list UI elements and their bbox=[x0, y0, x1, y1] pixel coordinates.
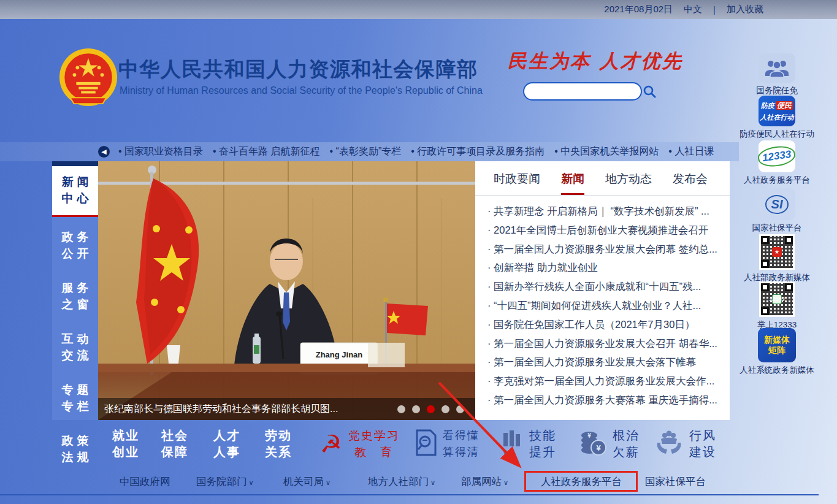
national-emblem-logo bbox=[58, 47, 118, 107]
quicklink-12333-platform[interactable]: 12333 人社政务服务平台 bbox=[731, 140, 823, 186]
nav-item-gov-affairs[interactable]: 政务 公开 bbox=[52, 221, 98, 268]
shortcut-talent-personnel[interactable]: 人才人事 bbox=[213, 427, 240, 460]
shortcut-labor-relations[interactable]: 劳动关系 bbox=[265, 427, 292, 460]
tab-news[interactable]: 新闻 bbox=[561, 171, 584, 195]
news-list: 共享新理念 开启新格局｜ “数字技术创新发展” ... 2021年全国博士后创新… bbox=[475, 196, 730, 410]
left-section-nav: 新闻 中心 政务 公开 服务 之窗 互动 交流 专题 专栏 政策 法规 bbox=[52, 161, 98, 420]
site-title-en: Ministry of Human Resources and Social S… bbox=[120, 85, 483, 96]
shortcut-party-history-study[interactable]: ☭ 党史学习教 育 bbox=[320, 427, 400, 460]
tab-local-updates[interactable]: 地方动态 bbox=[605, 171, 652, 195]
quicklink-social-insurance-platform[interactable]: SI 国家社保平台 bbox=[731, 188, 823, 234]
site-search bbox=[523, 82, 642, 101]
quicklink-ministry-new-media[interactable]: ★ 人社部政务新媒体 bbox=[731, 234, 823, 283]
ticker-item[interactable]: 奋斗百年路 启航新征程 bbox=[213, 145, 320, 158]
party-emblem-icon: ☭ bbox=[320, 432, 342, 456]
media-matrix-icon: 新媒体 矩阵 bbox=[758, 328, 796, 362]
qr-code-icon: ★ bbox=[759, 234, 795, 270]
shortcut-employment[interactable]: 就业创业 bbox=[112, 427, 139, 460]
svg-text:¥: ¥ bbox=[596, 443, 601, 452]
news-link[interactable]: 国新办举行残疾人全面小康成就和“十四五”残... bbox=[487, 277, 721, 296]
ticker-item[interactable]: “表彰奖励”专栏 bbox=[330, 145, 402, 158]
covid-banner-icon: 防疫便民 人社在行动 bbox=[759, 96, 795, 126]
carousel-dot-5[interactable] bbox=[456, 405, 464, 413]
bottom-shortcut-row: 就业创业 社会保障 人才人事 劳动关系 ☭ 党史学习教 育 bbox=[0, 420, 837, 472]
news-link[interactable]: 2021年全国博士后创新创业大赛视频推进会召开 bbox=[487, 221, 721, 240]
chevron-down-icon: ∨ bbox=[249, 479, 254, 486]
chevron-down-icon: ∨ bbox=[430, 479, 435, 486]
coins-icon: ¥ ¥ bbox=[579, 429, 606, 459]
ticker-item[interactable]: 中央国家机关举报网站 bbox=[554, 145, 659, 158]
link-agency-bureaus[interactable]: 机关司局∨ bbox=[283, 475, 331, 489]
shortcut-skill-upgrading[interactable]: 技能提升 bbox=[500, 427, 556, 460]
nav-item-service-window[interactable]: 服务 之窗 bbox=[52, 272, 98, 319]
people-group-icon bbox=[759, 53, 795, 83]
separator: | bbox=[713, 4, 716, 15]
news-link[interactable]: 国务院任免国家工作人员（2021年7月30日） bbox=[487, 315, 721, 334]
skill-bars-icon bbox=[500, 429, 523, 459]
quicklink-system-new-media[interactable]: 新媒体 矩阵 人社系统政务新媒体 bbox=[731, 328, 823, 376]
news-panel: 时政要闻 新闻 地方动态 发布会 共享新理念 开启新格局｜ “数字技术创新发展”… bbox=[475, 161, 730, 420]
top-utility-bar: 2021年08月02日 中文 | 加入收藏 bbox=[0, 0, 837, 19]
news-link[interactable]: 第一届全国人力资源服务业发展大会召开 胡春华... bbox=[487, 334, 721, 353]
site-title-cn: 中华人民共和国人力资源和社会保障部 bbox=[118, 56, 478, 83]
news-link[interactable]: 第一届全国人力资源服务业发展大会闭幕 签约总... bbox=[487, 240, 721, 259]
news-link[interactable]: 共享新理念 开启新格局｜ “数字技术创新发展” ... bbox=[487, 202, 721, 221]
link-hrss-service-platform[interactable]: 人社政务服务平台 bbox=[541, 475, 622, 489]
shortcut-understand-calculate[interactable]: 看得懂算得清 bbox=[415, 427, 480, 460]
shortcut-social-security[interactable]: 社会保障 bbox=[161, 427, 188, 460]
current-date: 2021年08月02日 bbox=[604, 4, 673, 15]
hrss-gov-homepage: 2021年08月02日 中文 | 加入收藏 中华人民共和国人力资源和社会保障部 … bbox=[0, 0, 837, 504]
quicklink-mobile-12333[interactable]: 12333 掌上12333 bbox=[731, 281, 823, 330]
language-link[interactable]: 中文 bbox=[684, 4, 702, 15]
quicklink-covid-convenience[interactable]: 防疫便民 人社在行动 防疫便民人社在行动 bbox=[731, 96, 823, 140]
carousel-dot-2[interactable] bbox=[412, 405, 420, 413]
bottom-divider bbox=[0, 494, 819, 495]
nav-item-news-center[interactable]: 新闻 中心 bbox=[52, 166, 98, 217]
link-state-council-departments[interactable]: 国务院部门∨ bbox=[196, 475, 254, 489]
site-header: 中华人民共和国人力资源和社会保障部 Ministry of Human Reso… bbox=[0, 19, 837, 142]
quicklink-state-council-appointments[interactable]: 国务院任免 bbox=[731, 53, 823, 96]
ticker-item[interactable]: 行政许可事项目录及服务指南 bbox=[411, 145, 545, 158]
carousel-dot-4[interactable] bbox=[441, 405, 449, 413]
search-input[interactable] bbox=[532, 85, 643, 98]
ticker-back-icon[interactable]: ◀ bbox=[98, 146, 110, 158]
news-link[interactable]: “十四五”期间如何促进残疾人就业创业？人社... bbox=[487, 296, 721, 315]
nav-item-special-topics[interactable]: 专题 专栏 bbox=[52, 374, 98, 421]
news-link[interactable]: 李克强对第一届全国人力资源服务业发展大会作... bbox=[487, 372, 721, 391]
nav-item-interaction[interactable]: 互动 交流 bbox=[52, 323, 98, 370]
news-link[interactable]: 第一届全国人力资源服务业发展大会落下帷幕 bbox=[487, 353, 721, 372]
carousel-dot-1[interactable] bbox=[397, 405, 405, 413]
svg-text:¥: ¥ bbox=[587, 432, 591, 439]
link-local-hrss-departments[interactable]: 地方人社部门∨ bbox=[368, 475, 435, 489]
search-icon[interactable] bbox=[643, 83, 656, 99]
logo-12333-icon: 12333 bbox=[759, 140, 795, 172]
doc-magnifier-icon bbox=[415, 429, 437, 459]
link-national-social-insurance-platform[interactable]: 国家社保平台 bbox=[645, 475, 706, 489]
ticker-item[interactable]: 国家职业资格目录 bbox=[118, 145, 203, 158]
carousel-dots bbox=[397, 405, 464, 413]
meeting-photo bbox=[98, 161, 475, 420]
carousel-dot-3-active[interactable] bbox=[427, 405, 435, 413]
tab-current-politics[interactable]: 时政要闻 bbox=[494, 171, 540, 195]
carousel-caption: 张纪南部长与德国联邦劳动和社会事务部部长胡贝图... bbox=[104, 403, 338, 416]
nameplate-label: Zhang Jinan bbox=[305, 350, 373, 359]
qr-code-icon: 12333 bbox=[759, 281, 795, 317]
ticker-item[interactable]: 人社日课 bbox=[668, 145, 714, 158]
news-tabs: 时政要闻 新闻 地方动态 发布会 bbox=[475, 161, 730, 196]
add-favorite-link[interactable]: 加入收藏 bbox=[727, 4, 763, 15]
photo-carousel[interactable]: Zhang Jinan 张纪南部长与德国联邦劳动和社会事务部部长胡贝图... bbox=[98, 161, 475, 420]
shortcut-conduct-building[interactable]: 行风建设 bbox=[655, 427, 716, 460]
link-china-gov[interactable]: 中国政府网 bbox=[120, 475, 170, 489]
nav-cap bbox=[52, 161, 98, 166]
chevron-down-icon: ∨ bbox=[503, 479, 508, 486]
chevron-down-icon: ∨ bbox=[326, 479, 331, 486]
hands-care-icon bbox=[655, 429, 683, 459]
link-affiliated-websites[interactable]: 部属网站∨ bbox=[461, 475, 508, 489]
logo-si-icon: SI bbox=[759, 188, 795, 220]
news-ticker: ◀ 国家职业资格目录 奋斗百年路 启航新征程 “表彰奖励”专栏 行政许可事项目录… bbox=[0, 142, 739, 161]
news-link[interactable]: 创新举措 助力就业创业 bbox=[487, 258, 721, 277]
tab-press-conference[interactable]: 发布会 bbox=[673, 171, 708, 195]
shortcut-wage-arrears[interactable]: ¥ ¥ 根治欠薪 bbox=[579, 427, 640, 460]
news-link[interactable]: 第一届全国人力资源服务大赛落幕 重庆选手摘得... bbox=[487, 391, 721, 410]
calligraphy-slogan: 民生为本 人才优先 bbox=[508, 48, 683, 74]
